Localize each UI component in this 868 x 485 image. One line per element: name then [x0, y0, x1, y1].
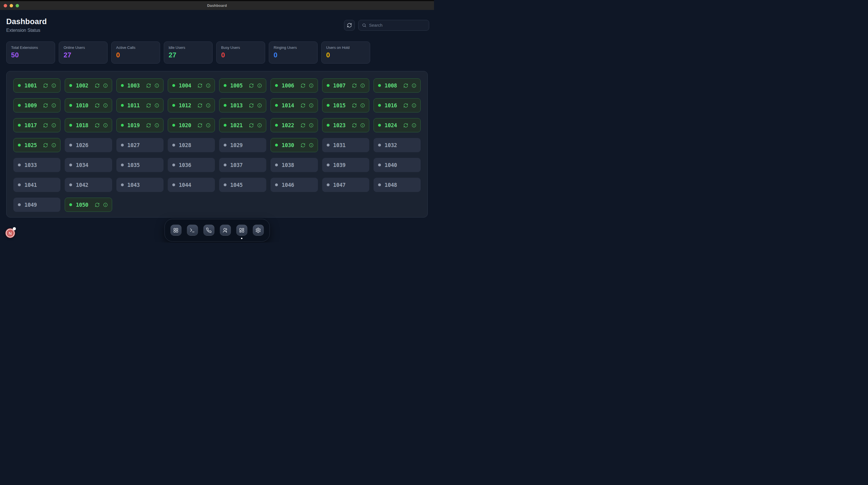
refresh-extension-button[interactable]: [249, 123, 254, 128]
extension-card-1019[interactable]: 1019: [116, 118, 163, 132]
extension-card-1003[interactable]: 1003: [116, 79, 163, 93]
extension-card-1008[interactable]: 1008: [374, 79, 421, 93]
refresh-extension-button[interactable]: [352, 83, 357, 88]
extension-card-1025[interactable]: 1025: [13, 138, 60, 152]
extension-info-button[interactable]: [103, 203, 108, 207]
extension-card-1029[interactable]: 1029: [219, 138, 266, 152]
extension-info-button[interactable]: [257, 123, 262, 128]
refresh-extension-button[interactable]: [43, 83, 48, 88]
extension-card-1010[interactable]: 1010: [65, 98, 112, 113]
refresh-extension-button[interactable]: [301, 123, 305, 128]
extension-info-button[interactable]: [206, 83, 211, 88]
extension-info-button[interactable]: [154, 83, 159, 88]
extension-card-1022[interactable]: 1022: [271, 118, 318, 132]
extension-card-1004[interactable]: 1004: [168, 79, 215, 93]
extension-card-1020[interactable]: 1020: [168, 118, 215, 132]
extension-info-button[interactable]: [206, 103, 211, 108]
extension-card-1049[interactable]: 1049: [13, 198, 60, 212]
extension-card-1050[interactable]: 1050: [65, 198, 112, 212]
extension-card-1026[interactable]: 1026: [65, 138, 112, 152]
extension-info-button[interactable]: [154, 103, 159, 108]
extension-info-button[interactable]: [411, 123, 416, 128]
extension-card-1023[interactable]: 1023: [322, 118, 369, 132]
extension-info-button[interactable]: [411, 83, 416, 88]
refresh-all-button[interactable]: [344, 20, 355, 31]
extension-card-1033[interactable]: 1033: [13, 158, 60, 172]
refresh-extension-button[interactable]: [352, 123, 357, 128]
extension-info-button[interactable]: [309, 123, 314, 128]
extension-card-1007[interactable]: 1007: [322, 79, 369, 93]
refresh-extension-button[interactable]: [197, 123, 203, 128]
refresh-extension-button[interactable]: [403, 123, 408, 128]
extension-card-1038[interactable]: 1038: [271, 158, 318, 172]
extension-info-button[interactable]: [51, 103, 56, 108]
extension-card-1046[interactable]: 1046: [271, 178, 318, 192]
extension-card-1024[interactable]: 1024: [374, 118, 421, 132]
minimize-window-button[interactable]: [10, 4, 13, 7]
search-input[interactable]: [369, 23, 426, 28]
extension-card-1034[interactable]: 1034: [65, 158, 112, 172]
avatar[interactable]: N: [5, 228, 15, 238]
refresh-extension-button[interactable]: [197, 103, 203, 108]
refresh-extension-button[interactable]: [403, 103, 408, 108]
refresh-extension-button[interactable]: [95, 203, 100, 207]
extension-card-1040[interactable]: 1040: [374, 158, 421, 172]
extension-card-1037[interactable]: 1037: [219, 158, 266, 172]
extension-card-1043[interactable]: 1043: [116, 178, 163, 192]
refresh-extension-button[interactable]: [43, 123, 48, 128]
extension-info-button[interactable]: [411, 103, 416, 108]
extension-info-button[interactable]: [206, 123, 211, 128]
refresh-extension-button[interactable]: [301, 83, 305, 88]
extension-card-1002[interactable]: 1002: [65, 79, 112, 93]
dock-users-button[interactable]: [220, 224, 231, 236]
extension-info-button[interactable]: [309, 143, 314, 148]
refresh-extension-button[interactable]: [43, 103, 48, 108]
refresh-extension-button[interactable]: [146, 103, 151, 108]
extension-card-1032[interactable]: 1032: [374, 138, 421, 152]
extension-card-1041[interactable]: 1041: [13, 178, 60, 192]
extension-info-button[interactable]: [360, 83, 365, 88]
extension-info-button[interactable]: [257, 83, 262, 88]
refresh-extension-button[interactable]: [43, 143, 48, 148]
extension-card-1028[interactable]: 1028: [168, 138, 215, 152]
close-window-button[interactable]: [4, 4, 7, 7]
refresh-extension-button[interactable]: [95, 83, 100, 88]
zoom-window-button[interactable]: [16, 4, 19, 7]
dock-dashboard-button[interactable]: [236, 224, 247, 236]
extension-card-1027[interactable]: 1027: [116, 138, 163, 152]
extension-card-1011[interactable]: 1011: [116, 98, 163, 113]
extension-card-1044[interactable]: 1044: [168, 178, 215, 192]
extension-info-button[interactable]: [103, 83, 108, 88]
extension-info-button[interactable]: [103, 103, 108, 108]
extension-card-1045[interactable]: 1045: [219, 178, 266, 192]
extension-info-button[interactable]: [51, 83, 56, 88]
extension-info-button[interactable]: [154, 123, 159, 128]
dock-phone-button[interactable]: [203, 224, 214, 236]
extension-card-1017[interactable]: 1017: [13, 118, 60, 132]
refresh-extension-button[interactable]: [146, 123, 151, 128]
refresh-extension-button[interactable]: [301, 143, 305, 148]
extension-info-button[interactable]: [309, 103, 314, 108]
extension-card-1012[interactable]: 1012: [168, 98, 215, 113]
extension-card-1042[interactable]: 1042: [65, 178, 112, 192]
extension-card-1031[interactable]: 1031: [322, 138, 369, 152]
refresh-extension-button[interactable]: [249, 83, 254, 88]
extension-card-1009[interactable]: 1009: [13, 98, 60, 113]
refresh-extension-button[interactable]: [95, 103, 100, 108]
extension-card-1039[interactable]: 1039: [322, 158, 369, 172]
extension-info-button[interactable]: [51, 123, 56, 128]
extension-card-1048[interactable]: 1048: [374, 178, 421, 192]
dock-terminal-button[interactable]: [187, 224, 198, 236]
refresh-extension-button[interactable]: [352, 103, 357, 108]
refresh-extension-button[interactable]: [197, 83, 203, 88]
dock-apps-button[interactable]: [170, 224, 181, 236]
extension-card-1035[interactable]: 1035: [116, 158, 163, 172]
extension-card-1001[interactable]: 1001: [13, 79, 60, 93]
extension-card-1030[interactable]: 1030: [271, 138, 318, 152]
dock-settings-button[interactable]: [253, 224, 264, 236]
extension-card-1015[interactable]: 1015: [322, 98, 369, 113]
extension-card-1014[interactable]: 1014: [271, 98, 318, 113]
extension-card-1013[interactable]: 1013: [219, 98, 266, 113]
refresh-extension-button[interactable]: [249, 103, 254, 108]
extension-card-1018[interactable]: 1018: [65, 118, 112, 132]
